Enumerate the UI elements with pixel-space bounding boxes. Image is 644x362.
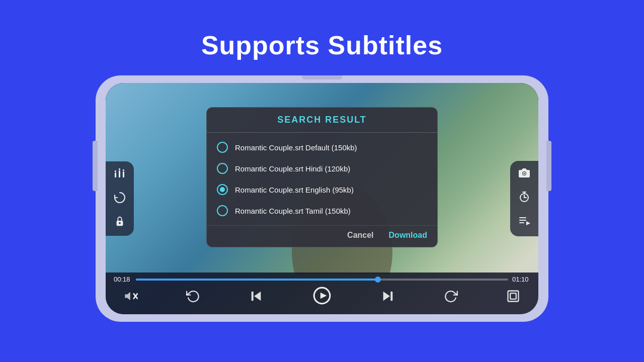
replay-icon[interactable] xyxy=(186,289,200,307)
radio-2 xyxy=(217,184,228,195)
progress-dot xyxy=(375,277,381,283)
radio-inner-2 xyxy=(220,187,225,192)
download-button[interactable]: Download xyxy=(389,231,427,240)
play-pause-icon[interactable] xyxy=(312,286,332,309)
option-label-3: Romantic Couple.srt Tamil (150kb) xyxy=(235,207,351,215)
crop-icon[interactable] xyxy=(506,289,520,307)
svg-rect-25 xyxy=(252,291,254,301)
subtitle-option-2[interactable]: Romantic Couple.srt English (95kb) xyxy=(207,179,437,200)
phone-body: SEARCH RESULT Romantic Couple.srt Defaul… xyxy=(96,75,548,322)
svg-marker-24 xyxy=(254,291,261,301)
radio-0 xyxy=(217,142,228,153)
phone-frame: SEARCH RESULT Romantic Couple.srt Defaul… xyxy=(96,75,548,322)
option-label-2: Romantic Couple.srt English (95kb) xyxy=(235,186,354,194)
mute-icon[interactable] xyxy=(124,289,138,307)
progress-row: 00:18 01:10 xyxy=(114,276,530,283)
svg-marker-27 xyxy=(320,293,327,299)
next-icon[interactable] xyxy=(380,288,396,308)
svg-rect-29 xyxy=(390,291,392,301)
forward-icon[interactable] xyxy=(444,289,458,307)
subtitle-option-3[interactable]: Romantic Couple.srt Tamil (150kb) xyxy=(207,200,437,221)
prev-icon[interactable] xyxy=(248,288,264,308)
svg-marker-21 xyxy=(125,292,130,300)
svg-rect-30 xyxy=(508,291,518,301)
time-total: 01:10 xyxy=(512,276,530,283)
option-label-0: Romantic Couple.srt Default (150kb) xyxy=(235,143,357,152)
option-label-1: Romantic Couple.srt Hindi (120kb) xyxy=(235,164,350,173)
radio-1 xyxy=(217,163,228,174)
radio-3 xyxy=(217,205,228,216)
page-title: Supports Subtitles xyxy=(201,30,443,60)
bottom-controls: 00:18 01:10 xyxy=(106,273,538,314)
dialog-overlay: SEARCH RESULT Romantic Couple.srt Defaul… xyxy=(106,83,538,272)
cancel-button[interactable]: Cancel xyxy=(347,231,373,240)
top-pill xyxy=(302,75,342,79)
dialog-footer: Cancel Download xyxy=(207,225,437,247)
time-current: 00:18 xyxy=(114,276,132,283)
search-result-dialog: SEARCH RESULT Romantic Couple.srt Defaul… xyxy=(206,107,438,247)
progress-bar[interactable] xyxy=(136,279,508,281)
dialog-header: SEARCH RESULT xyxy=(207,108,437,133)
notch-right xyxy=(546,141,551,191)
svg-marker-28 xyxy=(383,291,389,301)
controls-row xyxy=(114,286,530,309)
subtitle-option-0[interactable]: Romantic Couple.srt Default (150kb) xyxy=(207,137,437,158)
dialog-title: SEARCH RESULT xyxy=(277,115,367,125)
svg-rect-31 xyxy=(510,293,516,299)
progress-fill xyxy=(136,279,378,281)
phone-screen: SEARCH RESULT Romantic Couple.srt Defaul… xyxy=(106,83,538,314)
dialog-body: Romantic Couple.srt Default (150kb) Roma… xyxy=(207,133,437,225)
notch-left xyxy=(93,141,98,191)
subtitle-option-1[interactable]: Romantic Couple.srt Hindi (120kb) xyxy=(207,158,437,179)
